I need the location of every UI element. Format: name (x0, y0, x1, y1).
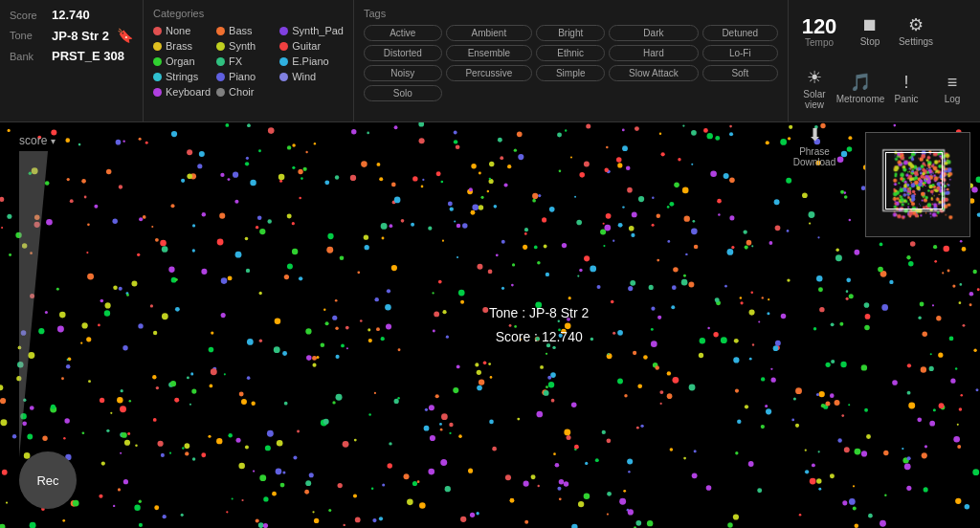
category-label: Synth (229, 40, 256, 52)
solar-icon: ☀ (807, 69, 822, 86)
tag-ethnic[interactable]: Ethnic (536, 45, 605, 61)
panic-button[interactable]: ! Panic (884, 61, 928, 117)
category-dot (216, 57, 225, 66)
category-item-strings[interactable]: Strings (153, 71, 214, 82)
dots-canvas (0, 122, 980, 528)
stop-label: Stop (860, 36, 880, 47)
category-dot (153, 73, 162, 81)
tag-ensemble[interactable]: Ensemble (446, 45, 533, 61)
category-label: Brass (166, 40, 192, 52)
tag-hard[interactable]: Hard (609, 45, 698, 61)
settings-button[interactable]: ⚙ Settings (894, 4, 938, 59)
bank-value: PRST_E 308 (52, 49, 124, 63)
category-item-none[interactable]: None (153, 25, 214, 36)
score-label: Score (10, 10, 46, 21)
phrase-download-button[interactable]: ⬇ PhraseDownload (792, 119, 836, 174)
mini-map-canvas (866, 133, 969, 236)
bookmark-icon[interactable]: 🔖 (117, 28, 133, 43)
tag-distorted[interactable]: Distorted (364, 45, 442, 61)
category-item-synth[interactable]: Synth (216, 40, 278, 52)
score-slider-label: score (19, 134, 56, 147)
stop-icon: ⏹ (861, 16, 879, 33)
category-label: Wind (292, 71, 316, 82)
phrase-icon: ⬇ (808, 126, 822, 143)
right-controls: 120 Tempo ⏹ Stop ⚙ Settings ☀ Solar view… (789, 0, 980, 121)
panic-icon: ! (903, 74, 908, 91)
category-item-e.piano[interactable]: E.Piano (279, 55, 344, 67)
category-dot (216, 88, 225, 97)
category-item-organ[interactable]: Organ (153, 55, 214, 67)
rec-label: Rec (36, 473, 58, 488)
tempo-label: Tempo (805, 37, 834, 48)
log-icon: ≡ (947, 74, 958, 91)
category-label: None (166, 25, 190, 36)
main-area: score Tone : JP-8 Str 2 Score : 12.740 R… (0, 122, 980, 528)
tone-label: Tone (10, 30, 46, 41)
tags-grid: ActiveAmbientBrightDarkDetunedDistortedE… (364, 25, 778, 101)
log-button[interactable]: ≡ Log (930, 61, 974, 117)
settings-icon: ⚙ (908, 16, 924, 33)
tag-lo-fi[interactable]: Lo-Fi (702, 45, 778, 61)
tempo-number: 120 (802, 16, 837, 37)
metronome-button[interactable]: 🎵 Metronome (838, 61, 882, 117)
category-dot (216, 27, 225, 35)
category-label: Synth_Pad (292, 25, 344, 36)
tag-solo[interactable]: Solo (364, 85, 442, 101)
solar-view-button[interactable]: ☀ Solar view (792, 61, 836, 117)
tempo-block: 120 Tempo (792, 4, 846, 59)
score-value: 12.740 (52, 8, 90, 22)
tag-bright[interactable]: Bright (536, 25, 605, 41)
left-panel: Score 12.740 Tone JP-8 Str 2 🔖 Bank PRST… (0, 0, 144, 121)
category-label: Organ (166, 55, 195, 67)
rec-button[interactable]: Rec (19, 451, 77, 509)
category-item-synth_pad[interactable]: Synth_Pad (279, 25, 344, 36)
tag-simple[interactable]: Simple (536, 65, 605, 81)
tags-panel: Tags ActiveAmbientBrightDarkDetunedDisto… (354, 0, 789, 121)
panic-label: Panic (894, 94, 918, 104)
bank-label: Bank (10, 51, 46, 62)
category-dot (216, 73, 225, 81)
categories-grid: NoneBassSynth_PadBrassSynthGuitarOrganFX… (153, 25, 344, 98)
category-dot (279, 57, 288, 66)
tag-soft[interactable]: Soft (702, 65, 778, 81)
category-label: Piano (229, 71, 256, 82)
tag-ambient[interactable]: Ambient (446, 25, 533, 41)
phrase-label: PhraseDownload (793, 146, 835, 167)
category-item-keyboard[interactable]: Keyboard (153, 86, 214, 98)
category-label: Bass (229, 25, 252, 36)
category-item-fx[interactable]: FX (216, 55, 278, 67)
category-dot (153, 57, 162, 66)
category-dot (279, 42, 288, 51)
stop-button[interactable]: ⏹ Stop (848, 4, 892, 59)
tag-percussive[interactable]: Percussive (446, 65, 533, 81)
category-item-brass[interactable]: Brass (153, 40, 214, 52)
categories-panel: Categories NoneBassSynth_PadBrassSynthGu… (144, 0, 354, 121)
category-item-wind[interactable]: Wind (279, 71, 344, 82)
tag-active[interactable]: Active (364, 25, 442, 41)
category-label: FX (229, 55, 242, 67)
category-dot (153, 88, 162, 97)
category-dot (216, 42, 225, 51)
tag-noisy[interactable]: Noisy (364, 65, 442, 81)
category-item-bass[interactable]: Bass (216, 25, 278, 36)
tag-dark[interactable]: Dark (609, 25, 698, 41)
category-label: E.Piano (292, 55, 329, 67)
category-dot (153, 27, 162, 35)
tone-value: JP-8 Str 2 (52, 29, 109, 43)
mini-map (865, 132, 970, 237)
tags-title: Tags (364, 8, 778, 19)
category-label: Choir (229, 86, 254, 98)
tag-slow-attack[interactable]: Slow Attack (609, 65, 698, 81)
category-dot (153, 42, 162, 51)
category-item-guitar[interactable]: Guitar (279, 40, 344, 52)
settings-label: Settings (899, 36, 933, 47)
tag-detuned[interactable]: Detuned (702, 25, 778, 41)
category-label: Strings (166, 71, 198, 82)
solar-label: Solar view (792, 89, 836, 110)
log-label: Log (945, 94, 961, 104)
category-dot (279, 27, 288, 35)
category-item-piano[interactable]: Piano (216, 71, 278, 82)
metronome-label: Metronome (836, 94, 885, 104)
category-label: Keyboard (166, 86, 211, 98)
category-item-choir[interactable]: Choir (216, 86, 278, 98)
